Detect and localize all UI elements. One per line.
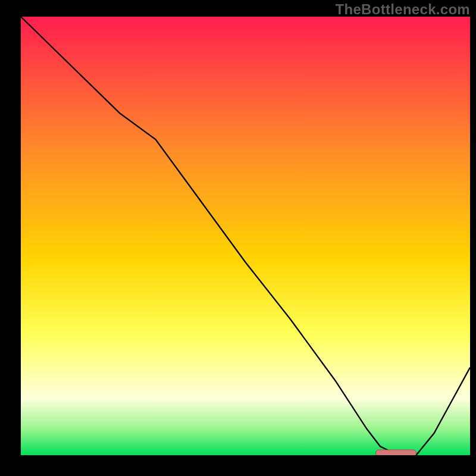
- plot-area: [21, 17, 470, 455]
- chart-frame: TheBottleneck.com: [0, 0, 476, 476]
- watermark-text: TheBottleneck.com: [336, 1, 470, 18]
- optimum-marker: [376, 450, 416, 455]
- heatmap-plot: [21, 17, 470, 455]
